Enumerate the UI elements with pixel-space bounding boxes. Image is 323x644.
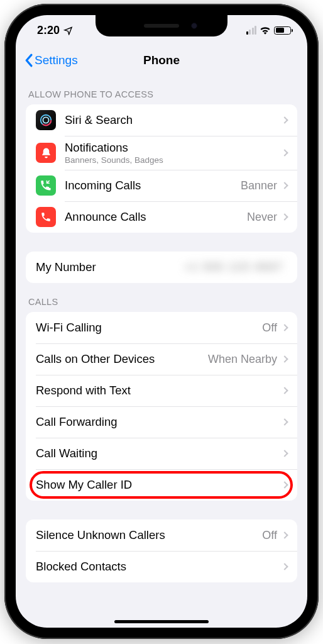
row-label: Announce Calls (65, 210, 247, 224)
speaker (144, 24, 179, 28)
row-value: Banner (241, 179, 277, 192)
row-announce-calls[interactable]: Announce Calls Never (26, 201, 297, 233)
row-value: Never (247, 211, 277, 224)
row-wifi-calling[interactable]: Wi-Fi Calling Off (26, 312, 297, 343)
group-number: My Number +1 555 123 4567 (26, 252, 297, 283)
row-notifications[interactable]: Notifications Banners, Sounds, Badges (26, 136, 297, 170)
chevron-right-icon (281, 450, 288, 457)
row-label: Calls on Other Devices (36, 352, 208, 366)
chevron-right-icon (281, 481, 288, 488)
row-label: Silence Unknown Callers (36, 528, 262, 542)
row-label: My Number (36, 260, 184, 274)
row-show-my-caller-id[interactable]: Show My Caller ID (26, 469, 297, 501)
announce-calls-icon (36, 207, 56, 227)
row-respond-with-text[interactable]: Respond with Text (26, 375, 297, 406)
home-indicator[interactable] (114, 620, 209, 623)
chevron-right-icon (281, 418, 288, 425)
phone-frame: 2:20 Settings Phone ALLOW PHONE TO ACCES… (4, 4, 319, 639)
navigation-bar: Settings Phone (16, 45, 307, 75)
cellular-signal-icon (246, 26, 257, 35)
row-calls-other-devices[interactable]: Calls on Other Devices When Nearby (26, 343, 297, 375)
notifications-icon (36, 143, 56, 163)
chevron-right-icon (281, 149, 288, 156)
notch (96, 15, 227, 36)
row-label: Blocked Contacts (36, 560, 282, 574)
wifi-icon (260, 26, 271, 35)
siri-icon (36, 110, 56, 130)
row-value: When Nearby (208, 353, 277, 366)
front-camera (191, 23, 197, 29)
row-value: Off (262, 321, 277, 335)
chevron-right-icon (281, 116, 288, 123)
screen: 2:20 Settings Phone ALLOW PHONE TO ACCES… (16, 15, 307, 628)
row-incoming-calls[interactable]: Incoming Calls Banner (26, 170, 297, 201)
row-blocked-contacts[interactable]: Blocked Contacts (26, 551, 297, 582)
row-call-forwarding[interactable]: Call Forwarding (26, 406, 297, 438)
chevron-right-icon (281, 563, 288, 570)
incoming-calls-icon (36, 175, 56, 196)
group-more: Silence Unknown Callers Off Blocked Cont… (26, 519, 297, 582)
group-access: Siri & Search Notifications Banners, Sou… (26, 104, 297, 233)
row-label: Wi-Fi Calling (36, 321, 262, 335)
section-header-calls: CALLS (16, 283, 307, 312)
battery-icon (274, 26, 291, 35)
row-label: Call Waiting (36, 447, 282, 460)
section-header-access: ALLOW PHONE TO ACCESS (16, 75, 307, 104)
row-call-waiting[interactable]: Call Waiting (26, 438, 297, 469)
row-label: Respond with Text (36, 384, 282, 397)
chevron-right-icon (281, 531, 288, 538)
row-my-number[interactable]: My Number +1 555 123 4567 (26, 252, 297, 283)
chevron-right-icon (281, 387, 288, 394)
row-label: Call Forwarding (36, 415, 282, 429)
row-label: Notifications (65, 141, 282, 155)
row-siri-search[interactable]: Siri & Search (26, 104, 297, 136)
row-silence-unknown[interactable]: Silence Unknown Callers Off (26, 519, 297, 551)
content-scroll[interactable]: ALLOW PHONE TO ACCESS Siri & Search Noti… (16, 75, 307, 628)
chevron-right-icon (281, 324, 288, 331)
location-icon (63, 26, 73, 35)
row-label: Show My Caller ID (36, 478, 282, 492)
clock: 2:20 (37, 24, 60, 37)
chevron-right-icon (281, 182, 288, 189)
svg-point-2 (43, 117, 48, 123)
chevron-right-icon (281, 355, 288, 362)
row-label: Incoming Calls (65, 179, 241, 192)
row-label: Siri & Search (65, 113, 282, 127)
group-calls: Wi-Fi Calling Off Calls on Other Devices… (26, 312, 297, 501)
row-value: Off (262, 529, 277, 542)
row-subtitle: Banners, Sounds, Badges (65, 155, 282, 165)
chevron-right-icon (281, 213, 288, 220)
page-title: Phone (16, 53, 307, 67)
phone-number-value: +1 555 123 4567 (184, 261, 287, 274)
